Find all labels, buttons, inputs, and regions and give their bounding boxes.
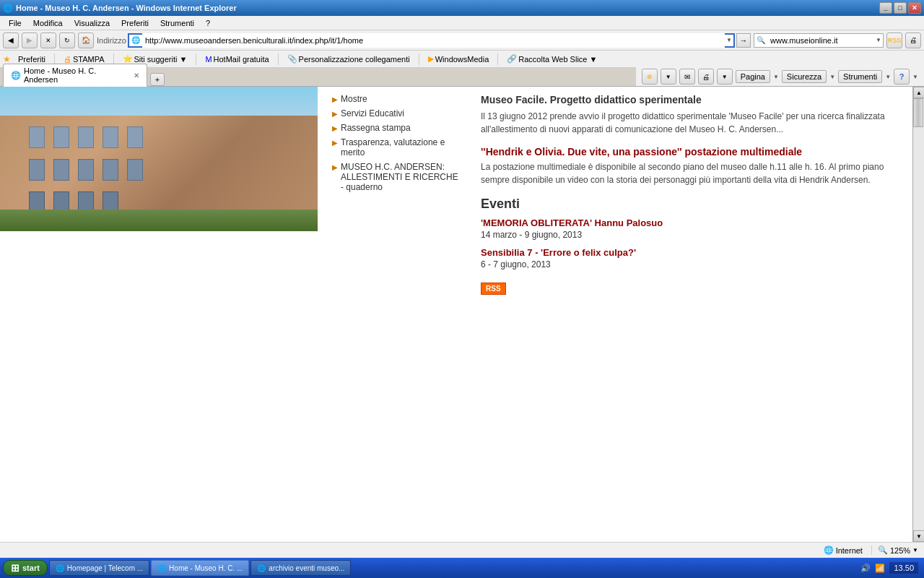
- go-button[interactable]: →: [736, 33, 751, 48]
- stop-button[interactable]: ✕: [40, 33, 56, 48]
- start-icon: ⊞: [11, 562, 19, 574]
- address-input[interactable]: [142, 33, 725, 48]
- window-title: Home - Museo H. C. Andersen - Windows In…: [13, 4, 879, 12]
- clock: 13.50: [889, 562, 918, 574]
- search-input[interactable]: [767, 34, 874, 47]
- browser-tab-active[interactable]: 🌐 Home - Museo H. C. Andersen ✕: [3, 64, 147, 87]
- museum-image: [0, 87, 318, 231]
- scroll-down[interactable]: ▼: [913, 530, 924, 542]
- nav-quaderno[interactable]: ▶ MUSEO H.C. ANDERSEN: ALLESTIMENTI E RI…: [332, 162, 462, 192]
- menu-strumenti[interactable]: Strumenti: [154, 17, 200, 29]
- event-2-date: 6 - 7 giugno, 2013: [481, 259, 901, 269]
- scroll-up[interactable]: ▲: [913, 87, 924, 98]
- tab-icon: 🌐: [11, 71, 21, 80]
- status-right: 🌐 Internet 🔍 125% ▼: [824, 545, 918, 555]
- nav-servizi[interactable]: ▶ Servizi Educativi: [332, 108, 462, 118]
- nav-trasparenza-label: Trasparenza, valutazione e merito: [341, 137, 462, 158]
- taskbar-icon-1: 🌐: [56, 564, 64, 572]
- menu-help[interactable]: ?: [200, 17, 216, 29]
- favorites-star: ★: [3, 54, 11, 64]
- refresh-button[interactable]: ↻: [59, 33, 75, 48]
- strumenti-button[interactable]: Strumenti: [838, 70, 882, 83]
- news-item-2: ''Hendrik e Olivia. Due vite, una passio…: [481, 146, 901, 186]
- news-2-body: La postazione multimediale è disponibile…: [481, 160, 901, 186]
- tab-label: Home - Museo H. C. Andersen: [24, 66, 128, 84]
- rss-button[interactable]: RSS: [481, 277, 901, 295]
- scroll-track[interactable]: [913, 98, 924, 530]
- taskbar-speaker: 🔊: [860, 564, 871, 573]
- title-bar: 🌐 Home - Museo H. C. Andersen - Windows …: [0, 0, 924, 16]
- pagina-button[interactable]: Pagina: [736, 70, 770, 83]
- event-1-date: 14 marzo - 9 giugno, 2013: [481, 230, 901, 240]
- event-1: 'MEMORIA OBLITERATA' Hannu Palosuo 14 ma…: [481, 217, 901, 240]
- status-bar: 🌐 Internet 🔍 125% ▼: [0, 542, 924, 558]
- zoom-control[interactable]: 🔍 125% ▼: [871, 545, 918, 555]
- sicurezza-button[interactable]: Sicurezza: [782, 70, 827, 83]
- zone-icon-globe: 🌐: [824, 545, 834, 555]
- event-2: Sensibilia 7 - 'Errore o felix culpa?' 6…: [481, 247, 901, 269]
- window-icon: 🌐: [3, 4, 13, 13]
- taskbar-item-3[interactable]: 🌐 archivio eventi museo...: [250, 560, 351, 576]
- nav-quaderno-label: MUSEO H.C. ANDERSEN: ALLESTIMENTI E RICE…: [341, 162, 462, 192]
- print-tool[interactable]: 🖨: [698, 69, 714, 85]
- start-button[interactable]: ⊞ start: [3, 560, 48, 576]
- tab-close-button[interactable]: ✕: [134, 72, 139, 79]
- nav-rassegna-label: Rassegna stampa: [341, 123, 411, 133]
- events-section: Eventi 'MEMORIA OBLITERATA' Hannu Palosu…: [481, 197, 901, 295]
- menu-visualizza[interactable]: Visualizza: [69, 17, 116, 29]
- page-content: ▶ Mostre ▶ Servizi Educativi ▶ Rassegna …: [0, 87, 912, 542]
- news-2-title-link[interactable]: ''Hendrik e Olivia. Due vite, una passio…: [481, 146, 901, 158]
- home-button[interactable]: 🏠: [78, 33, 94, 48]
- minimize-button[interactable]: _: [879, 2, 892, 14]
- menu-bar: File Modifica Visualizza Preferiti Strum…: [0, 16, 924, 30]
- event-2-title: Sensibilia 7 - 'Errore o felix culpa?': [481, 247, 901, 258]
- read-mail[interactable]: ✉: [679, 69, 695, 85]
- taskbar-item-1[interactable]: 🌐 Homepage | Telecom ...: [49, 560, 149, 576]
- rss-button[interactable]: RSS: [886, 33, 902, 48]
- news-1-title: Museo Facile. Progetto didattico sperime…: [481, 94, 901, 105]
- taskbar-label-1: Homepage | Telecom ...: [67, 564, 143, 572]
- taskbar-label-2: Home - Museo H. C. ...: [169, 564, 243, 572]
- taskbar-item-2[interactable]: 🌐 Home - Museo H. C. ...: [151, 560, 249, 576]
- menu-file[interactable]: File: [3, 17, 27, 29]
- print-dropdown[interactable]: ▼: [717, 69, 733, 85]
- page-scroll[interactable]: ▶ Mostre ▶ Servizi Educativi ▶ Rassegna …: [0, 87, 912, 542]
- rss-dropdown[interactable]: ▼: [661, 69, 676, 85]
- news-item-1: Museo Facile. Progetto didattico sperime…: [481, 94, 901, 136]
- maximize-button[interactable]: □: [894, 2, 907, 14]
- taskbar-right: 🔊 📶 13.50: [860, 562, 921, 574]
- forward-button[interactable]: ▶: [22, 33, 38, 48]
- menu-modifica[interactable]: Modifica: [27, 17, 69, 29]
- nav-mostre[interactable]: ▶ Mostre: [332, 94, 462, 104]
- vertical-scrollbar[interactable]: ▲ ▼: [912, 87, 924, 542]
- nav-trasparenza[interactable]: ▶ Trasparenza, valutazione e merito: [332, 137, 462, 158]
- taskbar-icon-3: 🌐: [257, 564, 266, 572]
- event-1-title: 'MEMORIA OBLITERATA' Hannu Palosuo: [481, 217, 901, 228]
- menu-preferiti[interactable]: Preferiti: [116, 17, 154, 29]
- right-content: Museo Facile. Progetto didattico sperime…: [469, 87, 912, 542]
- help-btn[interactable]: ?: [894, 69, 910, 85]
- center-navigation: ▶ Mostre ▶ Servizi Educativi ▶ Rassegna …: [325, 87, 469, 542]
- news-1-body: Il 13 giugno 2012 prende avvio il proget…: [481, 110, 901, 136]
- print-button[interactable]: 🖨: [905, 33, 921, 48]
- start-label: start: [22, 564, 40, 572]
- taskbar-label-3: archivio eventi museo...: [269, 564, 344, 572]
- close-button[interactable]: ✕: [908, 2, 921, 14]
- zoom-icon: 🔍: [878, 545, 888, 555]
- nav-servizi-label: Servizi Educativi: [341, 108, 404, 118]
- new-tab-button[interactable]: +: [150, 73, 165, 86]
- left-section: [0, 87, 325, 542]
- rss-tool-btn[interactable]: ⊕: [642, 69, 658, 85]
- taskbar-icon-2: 🌐: [157, 564, 166, 572]
- eventi-title: Eventi: [481, 197, 901, 212]
- nav-rassegna[interactable]: ▶ Rassegna stampa: [332, 123, 462, 133]
- address-bar: ◀ ▶ ✕ ↻ 🏠 Indirizzo 🌐 ▼ → 🔍 ▼ RSS 🖨: [0, 30, 924, 51]
- zoom-level: 125%: [890, 546, 910, 555]
- zone-label: Internet: [836, 546, 863, 555]
- taskbar-network: 📶: [875, 564, 885, 573]
- zoom-dropdown[interactable]: ▼: [912, 547, 918, 553]
- back-button[interactable]: ◀: [3, 33, 19, 48]
- scroll-thumb[interactable]: [913, 98, 923, 127]
- nav-mostre-label: Mostre: [341, 94, 367, 104]
- rss-badge: RSS: [481, 282, 506, 295]
